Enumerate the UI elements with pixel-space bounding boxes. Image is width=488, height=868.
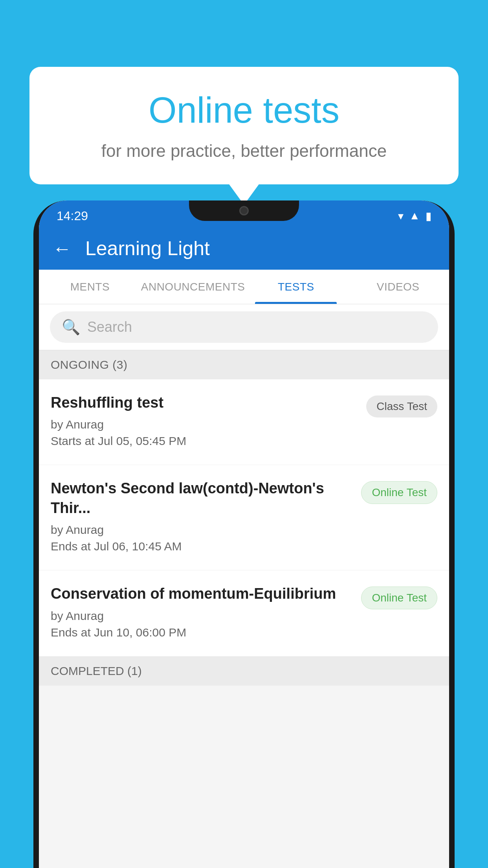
tab-announcements[interactable]: ANNOUNCEMENTS <box>141 270 245 304</box>
search-container: 🔍 Search <box>39 304 449 350</box>
test-time-3: Ends at Jun 10, 06:00 PM <box>51 626 353 639</box>
tabs-bar: MENTS ANNOUNCEMENTS TESTS VIDEOS <box>39 270 449 304</box>
test-item-2[interactable]: Newton's Second law(contd)-Newton's Thir… <box>39 465 449 570</box>
ongoing-section-header: ONGOING (3) <box>39 350 449 379</box>
phone-screen: 14:29 ▾ ▲ ▮ ← Learning Light MENTS ANNOU… <box>39 200 449 868</box>
test-info-3: Conservation of momentum-Equilibrium by … <box>51 584 353 642</box>
completed-title: COMPLETED (1) <box>51 664 142 677</box>
test-time-1: Starts at Jul 05, 05:45 PM <box>51 434 358 448</box>
speech-bubble: Online tests for more practice, better p… <box>29 67 459 184</box>
tab-videos[interactable]: VIDEOS <box>347 270 449 304</box>
test-by-2: by Anurag <box>51 523 353 537</box>
test-item-3[interactable]: Conservation of momentum-Equilibrium by … <box>39 570 449 656</box>
search-input-wrap[interactable]: 🔍 Search <box>50 311 438 343</box>
test-name-3: Conservation of momentum-Equilibrium <box>51 584 353 603</box>
test-badge-2: Online Test <box>361 481 437 504</box>
test-list: Reshuffling test by Anurag Starts at Jul… <box>39 379 449 657</box>
test-by-3: by Anurag <box>51 609 353 623</box>
test-badge-3: Online Test <box>361 587 437 609</box>
wifi-icon: ▾ <box>398 210 404 223</box>
test-info-2: Newton's Second law(contd)-Newton's Thir… <box>51 479 353 556</box>
status-time: 14:29 <box>57 209 88 223</box>
search-icon: 🔍 <box>62 318 80 336</box>
app-title: Learning Light <box>85 237 210 260</box>
test-name-2: Newton's Second law(contd)-Newton's Thir… <box>51 479 353 518</box>
back-button[interactable]: ← <box>53 238 72 259</box>
app-header: ← Learning Light <box>39 227 449 270</box>
test-by-1: by Anurag <box>51 418 358 431</box>
search-placeholder: Search <box>87 319 132 335</box>
phone-frame: 14:29 ▾ ▲ ▮ ← Learning Light MENTS ANNOU… <box>33 200 455 868</box>
bubble-subtitle: for more practice, better performance <box>57 141 431 161</box>
test-info-1: Reshuffling test by Anurag Starts at Jul… <box>51 393 358 451</box>
front-camera <box>239 206 249 215</box>
phone-notch <box>189 200 299 221</box>
status-icons: ▾ ▲ ▮ <box>398 210 431 223</box>
test-time-2: Ends at Jul 06, 10:45 AM <box>51 540 353 553</box>
completed-section-header: COMPLETED (1) <box>39 657 449 686</box>
test-name-1: Reshuffling test <box>51 393 358 412</box>
tab-ments[interactable]: MENTS <box>39 270 141 304</box>
battery-icon: ▮ <box>426 210 431 223</box>
test-item-1[interactable]: Reshuffling test by Anurag Starts at Jul… <box>39 379 449 465</box>
bubble-title: Online tests <box>57 90 431 130</box>
signal-icon: ▲ <box>409 210 420 222</box>
tab-tests[interactable]: TESTS <box>245 270 347 304</box>
ongoing-title: ONGOING (3) <box>51 358 128 371</box>
test-badge-1: Class Test <box>366 395 437 417</box>
